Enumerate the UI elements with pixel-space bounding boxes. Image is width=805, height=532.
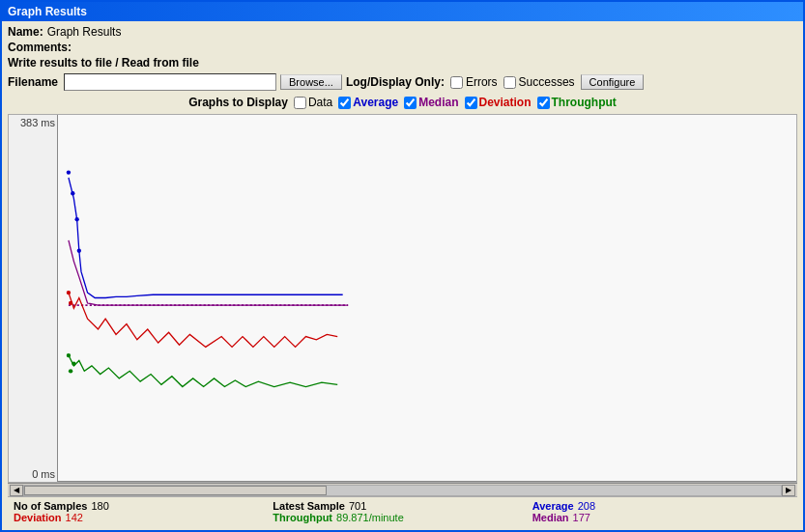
svg-point-1: [71, 191, 74, 195]
deviation-check-item: Deviation: [465, 96, 532, 109]
errors-checkbox[interactable]: [450, 76, 463, 89]
scrollbar-thumb[interactable]: [24, 486, 327, 495]
no-of-samples-item: No of Samples 180: [14, 500, 273, 512]
svg-point-2: [74, 217, 78, 221]
svg-point-7: [67, 353, 71, 357]
log-display-label: Log/Display Only:: [346, 75, 445, 89]
main-window: Graph Results Name: Graph Results Commen…: [0, 0, 805, 532]
status-bar: No of Samples 180 Deviation 142 Latest S…: [8, 496, 797, 526]
no-of-samples-value: 180: [91, 500, 108, 512]
successes-group: Successes: [503, 75, 575, 89]
svg-point-9: [72, 362, 75, 366]
scrollbar-left-button[interactable]: ◀: [10, 485, 23, 496]
data-checkbox[interactable]: [294, 97, 306, 109]
deviation-checkbox[interactable]: [465, 97, 477, 109]
successes-checkbox[interactable]: [503, 76, 516, 89]
no-of-samples-label: No of Samples: [14, 500, 87, 512]
graphs-to-display-label: Graphs to Display: [188, 96, 288, 109]
throughput-label: Throughput: [552, 96, 617, 109]
status-col-1: No of Samples 180 Deviation 142: [14, 500, 273, 523]
comments-row: Comments:: [8, 41, 797, 54]
configure-button[interactable]: Configure: [581, 74, 645, 90]
scrollbar-track[interactable]: [23, 485, 782, 496]
latest-sample-item: Latest Sample 701: [273, 500, 532, 512]
browse-button[interactable]: Browse...: [280, 74, 342, 90]
average-key: Average: [532, 500, 574, 512]
data-label: Data: [308, 96, 332, 109]
file-row: Filename Browse... Log/Display Only: Err…: [8, 73, 797, 91]
write-results-label: Write results to file / Read from file: [8, 56, 199, 70]
svg-point-6: [69, 301, 72, 305]
graph-svg: [58, 115, 796, 481]
content-area: Name: Graph Results Comments: Write resu…: [2, 21, 803, 530]
window-title: Graph Results: [8, 5, 87, 18]
name-row: Name: Graph Results: [8, 25, 797, 39]
name-value: Graph Results: [47, 25, 122, 39]
scrollbar-right-button[interactable]: ▶: [782, 485, 795, 496]
y-axis-bottom: 0 ms: [11, 468, 55, 480]
title-bar: Graph Results: [2, 2, 803, 21]
graph-area: 383 ms 0 ms: [8, 114, 797, 483]
deviation-value: 142: [66, 512, 83, 523]
average-check-item: Average: [338, 96, 398, 109]
throughput-value: 89.871/minute: [336, 512, 404, 523]
latest-sample-value: 701: [349, 500, 366, 512]
average-label: Average: [353, 96, 398, 109]
throughput-key: Throughput: [273, 512, 332, 523]
name-label: Name:: [8, 25, 43, 39]
deviation-key: Deviation: [14, 512, 62, 523]
throughput-check-item: Throughput: [537, 96, 617, 109]
median-key: Median: [532, 512, 569, 523]
throughput-item: Throughput 89.871/minute: [273, 512, 532, 523]
chart-canvas: [57, 115, 796, 482]
throughput-checkbox[interactable]: [537, 97, 550, 109]
successes-label: Successes: [519, 75, 575, 89]
comments-label: Comments:: [8, 41, 72, 54]
y-axis: 383 ms 0 ms: [9, 115, 57, 482]
log-display-row: Log/Display Only: Errors Successes Confi…: [346, 74, 644, 90]
median-check-item: Median: [404, 96, 458, 109]
median-item: Median 177: [532, 512, 791, 523]
median-value: 177: [573, 512, 590, 523]
errors-label: Errors: [466, 75, 498, 89]
latest-sample-label: Latest Sample: [273, 500, 345, 512]
status-col-2: Latest Sample 701 Throughput 89.871/minu…: [273, 500, 532, 523]
svg-point-3: [77, 249, 81, 253]
write-results-row: Write results to file / Read from file: [8, 56, 797, 71]
data-check-item: Data: [294, 96, 332, 109]
filename-label: Filename: [8, 75, 58, 89]
graphs-to-display-row: Graphs to Display Data Average Median De…: [8, 94, 797, 111]
median-label: Median: [418, 96, 458, 109]
average-checkbox[interactable]: [338, 97, 351, 109]
status-col-3: Average 208 Median 177: [532, 500, 791, 523]
median-checkbox[interactable]: [404, 97, 417, 109]
average-item: Average 208: [532, 500, 791, 512]
filename-input[interactable]: [64, 73, 276, 91]
scrollbar-area: ◀ ▶: [8, 483, 797, 496]
deviation-label: Deviation: [479, 96, 532, 109]
deviation-item: Deviation 142: [14, 512, 273, 523]
errors-group: Errors: [450, 75, 498, 89]
y-axis-top: 383 ms: [11, 117, 55, 128]
svg-point-8: [69, 369, 72, 373]
average-value: 208: [578, 500, 595, 512]
svg-point-0: [67, 170, 71, 174]
svg-point-5: [67, 291, 71, 294]
